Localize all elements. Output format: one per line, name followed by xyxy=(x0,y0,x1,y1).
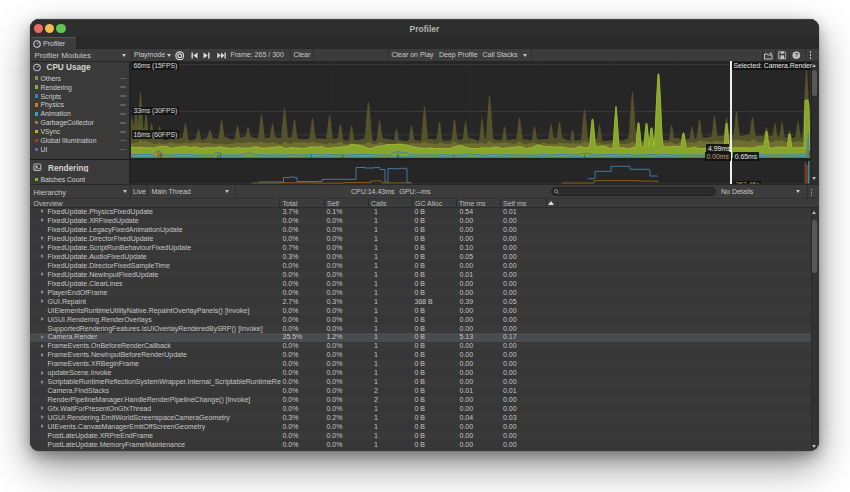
svg-text:CPU Usage: CPU Usage xyxy=(47,63,92,72)
svg-text:Rendering: Rendering xyxy=(48,163,89,172)
svg-text:?: ? xyxy=(794,52,798,59)
